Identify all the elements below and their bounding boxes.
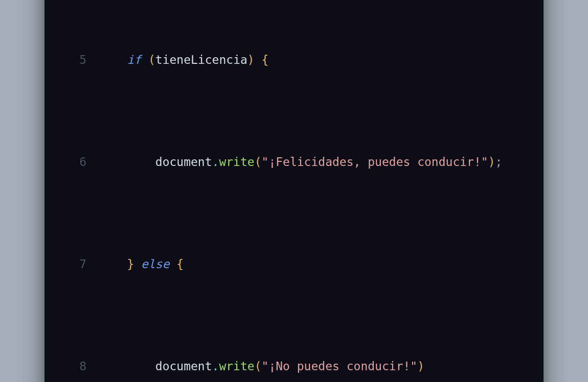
code-window: 1 let edad = parseInt(prompt("¿Cuál es t…	[44, 0, 544, 382]
indent	[99, 53, 127, 66]
line-number: 5	[59, 50, 99, 70]
string-literal: "¡Felicidades, puedes conducir!"	[262, 155, 488, 169]
identifier: tieneLicencia	[155, 53, 247, 66]
dot-operator: .	[212, 360, 219, 373]
indent	[99, 257, 127, 271]
brace: {	[262, 53, 269, 66]
code-line: 7 } else {	[59, 254, 529, 274]
string-literal: "¡No puedes conducir!"	[262, 360, 418, 373]
paren: (	[255, 155, 262, 169]
brace: }	[127, 257, 134, 271]
line-number: 8	[59, 356, 99, 376]
identifier: document	[155, 155, 212, 169]
brace: {	[176, 257, 184, 271]
code-line: 6 document.write("¡Felicidades, puedes c…	[59, 152, 529, 172]
paren: )	[417, 360, 424, 373]
paren: (	[148, 53, 155, 66]
paren: )	[247, 53, 255, 66]
indent	[99, 360, 155, 373]
code-line: 8 document.write("¡No puedes conducir!")	[59, 356, 529, 376]
function-name: write	[219, 155, 254, 169]
dot-operator: .	[212, 155, 219, 169]
indent	[99, 155, 155, 169]
code-content: document.write("¡Felicidades, puedes con…	[99, 152, 502, 172]
line-number: 7	[59, 254, 99, 274]
semicolon: ;	[495, 155, 503, 169]
code-line: 5 if (tieneLicencia) {	[59, 50, 529, 70]
function-name: write	[219, 360, 254, 373]
code-content: document.write("¡No puedes conducir!")	[99, 356, 424, 376]
keyword-if: if	[127, 53, 141, 66]
identifier: document	[155, 360, 212, 373]
stage: 1 let edad = parseInt(prompt("¿Cuál es t…	[0, 0, 588, 382]
paren: )	[488, 155, 495, 169]
code-content: if (tieneLicencia) {	[99, 50, 268, 70]
keyword-else: else	[141, 257, 169, 271]
paren: (	[255, 360, 262, 373]
code-editor: 1 let edad = parseInt(prompt("¿Cuál es t…	[59, 0, 529, 382]
code-content: } else {	[99, 254, 184, 274]
line-number: 6	[59, 152, 99, 172]
